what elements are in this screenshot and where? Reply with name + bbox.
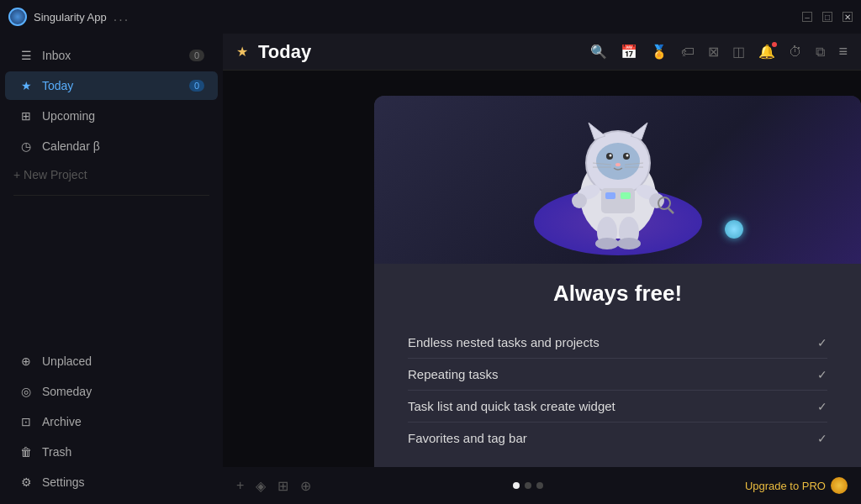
svg-rect-15 [605, 192, 615, 199]
dot-1[interactable] [513, 482, 520, 489]
filter-icon[interactable]: ◫ [732, 44, 745, 60]
sidebar-item-trash[interactable]: 🗑 Trash [5, 438, 218, 466]
today-icon: ★ [18, 78, 34, 93]
content-main: e ask › [223, 71, 861, 467]
svg-point-9 [615, 163, 621, 166]
main-layout: ☰ Inbox 0 ★ Today 0 ⊞ Upcoming ◷ Calenda… [0, 34, 861, 504]
page-title: Today [258, 41, 311, 63]
modal-hero [374, 96, 861, 264]
archive-icon: ⊡ [18, 414, 34, 429]
medal-icon[interactable]: 🏅 [651, 44, 668, 60]
sidebar-item-today[interactable]: ★ Today 0 [5, 71, 218, 100]
close-button[interactable]: ✕ [843, 12, 853, 22]
svg-point-19 [572, 193, 587, 208]
sidebar-item-archive-label: Archive [42, 415, 82, 428]
layout-icon[interactable]: ⊠ [708, 44, 719, 60]
calendar-view-icon[interactable]: 📅 [621, 44, 637, 60]
menu-icon[interactable]: ≡ [838, 43, 848, 60]
grid-icon[interactable]: ⊞ [277, 478, 288, 494]
sidebar-item-trash-label: Trash [42, 445, 71, 459]
svg-point-8 [626, 155, 628, 157]
today-badge: 0 [189, 80, 204, 92]
svg-marker-3 [589, 123, 605, 139]
bottom-left: + ◈ ⊞ ⊕ [236, 478, 311, 494]
astronaut-cat-image [542, 104, 694, 255]
search-icon[interactable]: 🔍 [590, 44, 607, 60]
free-plan-modal: Always free! Endless nested tasks and pr… [374, 96, 861, 467]
sidebar-item-calendar[interactable]: ◷ Calendar β [5, 132, 218, 160]
sidebar-item-upcoming[interactable]: ⊞ Upcoming [5, 102, 218, 130]
feature-item-3: Task list and quick task create widget ✓ [408, 391, 827, 423]
sidebar-item-unplaced-label: Unplaced [42, 354, 92, 368]
feature-item-1: Endless nested tasks and projects ✓ [408, 327, 827, 359]
sidebar: ☰ Inbox 0 ★ Today 0 ⊞ Upcoming ◷ Calenda… [0, 34, 223, 504]
check-icon-2: ✓ [817, 368, 827, 381]
svg-point-20 [649, 193, 664, 208]
trash-icon: 🗑 [18, 444, 34, 459]
upcoming-icon: ⊞ [18, 108, 34, 123]
feature-text-3: Task list and quick task create widget [408, 399, 615, 413]
toolbar: ★ Today 🔍 📅 🏅 🏷 ⊠ ◫ 🔔 ⏱ ⧉ ≡ [223, 34, 861, 71]
sidebar-item-today-label: Today [42, 79, 73, 92]
maximize-button[interactable]: □ [822, 12, 832, 22]
sidebar-item-someday[interactable]: ◎ Someday [5, 377, 218, 406]
titlebar-dots[interactable]: ... [114, 9, 129, 24]
titlebar-controls: – □ ✕ [802, 12, 853, 22]
svg-rect-16 [621, 192, 631, 199]
feature-text-2: Repeating tasks [408, 367, 499, 381]
feature-text-1: Endless nested tasks and projects [408, 335, 600, 349]
sidebar-item-inbox[interactable]: ☰ Inbox 0 [5, 41, 218, 70]
inbox-icon: ☰ [18, 48, 34, 63]
sidebar-divider [13, 195, 209, 196]
settings-icon: ⚙ [18, 475, 34, 490]
sidebar-item-unplaced[interactable]: ⊕ Unplaced [5, 347, 218, 375]
feature-text-4: Favorites and tag bar [408, 431, 527, 445]
move-icon[interactable]: ⊕ [300, 478, 311, 494]
inbox-badge: 0 [189, 50, 204, 61]
tag-icon[interactable]: 🏷 [681, 45, 695, 60]
check-icon-4: ✓ [817, 432, 827, 445]
upgrade-button[interactable]: Upgrade to PRO [745, 477, 848, 494]
upgrade-label: Upgrade to PRO [745, 480, 826, 492]
bottom-bar: + ◈ ⊞ ⊕ Upgrade to PRO [223, 467, 861, 504]
unplaced-icon: ⊕ [18, 354, 34, 369]
timer-icon[interactable]: ⏱ [789, 45, 802, 60]
sidebar-item-calendar-label: Calendar β [42, 139, 100, 153]
sidebar-item-someday-label: Someday [42, 385, 92, 398]
new-project-label: + New Project [13, 168, 87, 181]
svg-point-2 [596, 143, 640, 180]
svg-rect-14 [601, 188, 635, 213]
sidebar-item-archive[interactable]: ⊡ Archive [5, 407, 218, 436]
feature-item-2: Repeating tasks ✓ [408, 359, 827, 391]
svg-marker-4 [631, 123, 647, 139]
modal-content: Always free! Endless nested tasks and pr… [374, 264, 861, 467]
content-area: ★ Today 🔍 📅 🏅 🏷 ⊠ ◫ 🔔 ⏱ ⧉ ≡ e ask [223, 34, 861, 504]
toolbar-icons: 🔍 📅 🏅 🏷 ⊠ ◫ 🔔 ⏱ ⧉ ≡ [590, 43, 848, 60]
svg-point-25 [595, 238, 619, 249]
sidebar-item-settings-label: Settings [42, 475, 85, 489]
upgrade-icon [831, 477, 848, 494]
sidebar-item-settings[interactable]: ⚙ Settings [5, 468, 218, 496]
modal-title: Always free! [408, 281, 827, 307]
check-icon-3: ✓ [817, 400, 827, 413]
svg-point-7 [609, 155, 611, 157]
copy-icon[interactable]: ⧉ [816, 45, 825, 60]
feature-item-4: Favorites and tag bar ✓ [408, 423, 827, 454]
app-logo [8, 8, 27, 26]
titlebar-left: Singularity App ... [8, 8, 129, 26]
minimize-button[interactable]: – [802, 12, 812, 22]
feature-list: Endless nested tasks and projects ✓ Repe… [408, 327, 827, 454]
check-icon-1: ✓ [817, 336, 827, 349]
dot-2[interactable] [525, 482, 531, 489]
bell-icon[interactable]: 🔔 [758, 44, 775, 60]
add-task-button[interactable]: + [236, 478, 244, 493]
orb-decoration [725, 220, 743, 239]
layers-icon[interactable]: ◈ [256, 478, 266, 494]
svg-line-22 [668, 208, 673, 213]
app-title: Singularity App [34, 11, 107, 24]
new-project-button[interactable]: + New Project [0, 161, 223, 188]
titlebar: Singularity App ... – □ ✕ [0, 0, 861, 34]
calendar-icon: ◷ [18, 139, 34, 154]
star-icon[interactable]: ★ [236, 44, 248, 60]
dot-3[interactable] [536, 482, 543, 489]
